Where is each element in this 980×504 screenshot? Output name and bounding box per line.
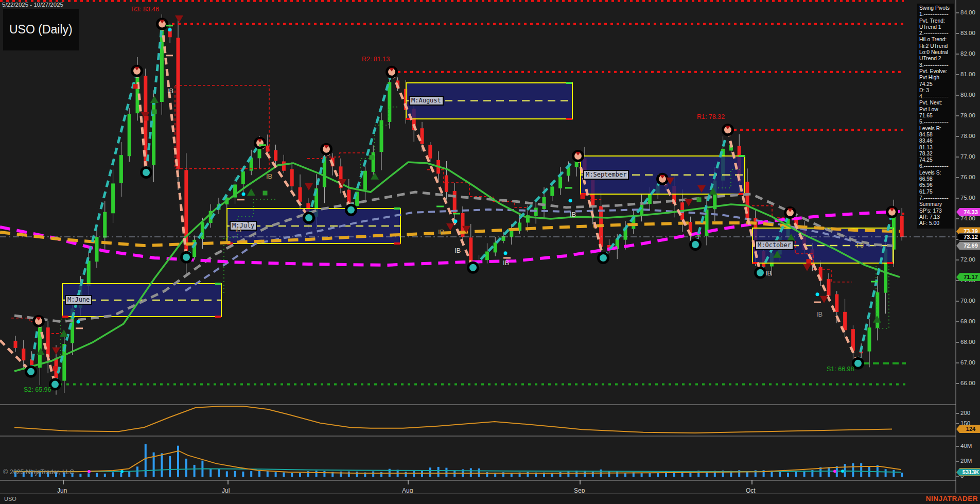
- volume-bar: [413, 471, 415, 477]
- candle-body: [111, 183, 115, 213]
- pivot-marker-low: [50, 379, 60, 389]
- buy-triangle-icon: [150, 96, 159, 103]
- candle-body: [299, 187, 302, 202]
- green-square-icon: [152, 110, 157, 114]
- volume-bar: [112, 472, 114, 477]
- buy-triangle-icon: [371, 172, 379, 180]
- volume-bar: [608, 471, 610, 477]
- cyan-dot-icon: [454, 219, 458, 223]
- candle-body: [128, 114, 131, 157]
- buy-triangle-icon: [247, 188, 255, 196]
- tab-uso[interactable]: USO: [4, 496, 16, 502]
- salmon-tick-icon: [503, 257, 511, 259]
- candle-body: [103, 212, 107, 238]
- volume-bar: [299, 473, 301, 477]
- ninjatrader-chart-window: 84.0083.0082.0081.0080.0079.0078.0077.00…: [0, 0, 980, 504]
- volume-bar: [209, 469, 212, 477]
- swing-panel-line: Levels S:: [919, 170, 954, 176]
- volume-bar: [527, 472, 529, 477]
- indicator-panel-layer: [14, 406, 901, 473]
- volume-bar: [169, 456, 171, 477]
- volume-bar: [405, 472, 407, 477]
- green-tick-icon: [166, 25, 173, 26]
- swing-panel-line: UTrend 1: [919, 24, 954, 30]
- swing-panel-line: SP's: 173: [919, 208, 954, 214]
- volume-bar: [421, 471, 423, 477]
- volume-bar: [567, 471, 569, 477]
- salmon-tick-icon: [237, 199, 244, 200]
- swing-panel-line: 65.96: [919, 182, 954, 188]
- ninjatrader-logo: NINJATRADER: [926, 495, 978, 502]
- volume-bar: [218, 468, 220, 477]
- cyan-dot-icon: [242, 193, 246, 196]
- candle-body: [282, 162, 286, 171]
- chart-canvas[interactable]: [0, 0, 980, 504]
- volume-bar: [478, 468, 480, 477]
- volume-bar: [852, 463, 854, 477]
- volume-ma-orange: [14, 451, 901, 474]
- magenta-dot-icon: [833, 470, 836, 473]
- cyan-dot-icon: [120, 470, 124, 473]
- candle-body: [119, 155, 123, 183]
- volume-bar: [323, 471, 325, 477]
- candle-body: [22, 349, 25, 360]
- green-tick-icon: [871, 281, 878, 283]
- volume-bar: [844, 464, 846, 477]
- swing-panel-line: Lo:0 Neutral: [919, 49, 954, 56]
- volume-bar: [177, 446, 179, 477]
- green-square-icon: [370, 155, 374, 160]
- volume-bar: [250, 471, 252, 477]
- swing-panel-line: 84.58: [919, 132, 954, 138]
- candle-body: [835, 294, 838, 312]
- candle-body: [445, 176, 448, 192]
- pivot-levels-layer: [0, 1, 955, 385]
- swing-leg: [473, 156, 578, 268]
- volume-bar: [828, 467, 830, 477]
- buy-triangle-icon: [873, 316, 881, 323]
- pivot-marker-low: [346, 205, 356, 215]
- chart-title: USO (Daily): [3, 9, 79, 50]
- swing-panel-line: 83.46: [919, 138, 954, 144]
- candle-body: [550, 186, 554, 196]
- swing-panel-line: 3.--------------: [919, 62, 954, 68]
- pivot-markers-layer: [26, 19, 897, 389]
- swing-panel-line: UTrend 2: [919, 56, 954, 62]
- volume-bar: [380, 472, 382, 477]
- swing-panel-line: Pvt Low: [919, 107, 954, 113]
- swing-panel-line: Pvt High: [919, 75, 954, 81]
- volume-bar: [79, 474, 81, 477]
- volume-bar: [194, 465, 196, 477]
- indicator-curve: [14, 406, 892, 433]
- pivot-marker-low: [182, 252, 191, 262]
- volume-bar: [104, 474, 106, 477]
- cyan-dot-icon: [816, 292, 819, 296]
- candle-body: [46, 327, 50, 357]
- swing-panel-line: Pvt. Evolve:: [919, 68, 954, 75]
- swing-panel-line: 6.--------------: [919, 163, 954, 169]
- volume-bar: [901, 473, 903, 477]
- pivot-marker-low: [691, 240, 701, 250]
- swing-panel-line: 74.25: [919, 81, 954, 88]
- swing-panel-line: 81.13: [919, 145, 954, 151]
- candle-body: [241, 171, 245, 184]
- buy-triangle-icon: [37, 348, 45, 355]
- swing-panel-line: 78.32: [919, 151, 954, 157]
- green-square-icon: [263, 191, 268, 196]
- sell-triangle-icon: [803, 264, 811, 271]
- cyan-dot-icon: [504, 251, 507, 255]
- candle-body: [868, 327, 871, 351]
- red-square-icon: [581, 194, 585, 199]
- swing-panel-line: 1.--------------: [919, 11, 954, 18]
- red-square-icon: [144, 116, 149, 120]
- pivot-marker-low: [304, 213, 314, 223]
- volume-bar: [429, 467, 431, 477]
- swing-panel-line: 71.65: [919, 113, 954, 119]
- red-square-icon: [807, 259, 811, 264]
- swing-panel-line: AF: 5.00: [919, 220, 954, 227]
- swing-panel-line: Swing Pivots: [919, 5, 954, 11]
- volume-bar: [372, 472, 374, 477]
- swing-panel-line: D: 3: [919, 88, 954, 94]
- volume-bar: [641, 473, 643, 477]
- volume-bar: [860, 463, 862, 477]
- volume-bar: [649, 473, 651, 477]
